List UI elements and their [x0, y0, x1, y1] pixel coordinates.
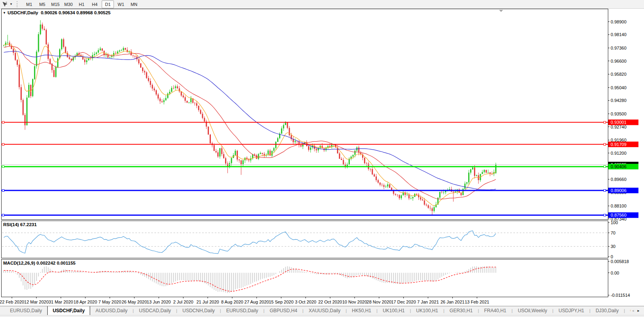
svg-text:15 Sep 2020: 15 Sep 2020 — [269, 300, 293, 304]
svg-text:0.89006: 0.89006 — [611, 188, 627, 193]
svg-text:30: 30 — [611, 244, 615, 249]
svg-text:0.92740: 0.92740 — [611, 125, 627, 129]
svg-text:0.94280: 0.94280 — [611, 98, 627, 103]
line-price-label: 0.90406 — [608, 164, 638, 169]
toolbar-grip[interactable] — [17, 1, 19, 7]
svg-text:26 May 2020: 26 May 2020 — [121, 300, 147, 304]
line-handle[interactable] — [604, 190, 606, 192]
svg-text:18 Apr 2020: 18 Apr 2020 — [73, 300, 97, 304]
timeframe-button-m30[interactable]: M30 — [62, 0, 75, 8]
svg-text:13 Feb 2021: 13 Feb 2021 — [465, 300, 489, 304]
timeframe-button-w1[interactable]: W1 — [115, 0, 127, 8]
line-handle[interactable] — [604, 143, 606, 145]
line-handle[interactable] — [2, 165, 4, 167]
timeframe-button-m1[interactable]: M1 — [23, 0, 35, 8]
svg-text:100: 100 — [611, 220, 618, 225]
chart-tab-usoil-weekly[interactable]: USOil,Weekly — [513, 306, 552, 315]
price-chart-canvas[interactable]: 0.989000.981400.973600.966000.958200.950… — [0, 9, 644, 306]
chart-tab-ger30-h1[interactable]: GER30,H1 — [444, 306, 478, 315]
svg-text:10 Nov 2020: 10 Nov 2020 — [342, 300, 367, 304]
svg-text:0.00: 0.00 — [611, 271, 619, 275]
timeframe-button-h1[interactable]: H1 — [75, 0, 88, 8]
line-handle[interactable] — [2, 143, 4, 145]
svg-text:28 Nov 2020: 28 Nov 2020 — [367, 300, 391, 304]
crosshair-tool-icon[interactable] — [1, 1, 8, 8]
svg-text:0.93001: 0.93001 — [611, 120, 627, 125]
tool-dropdown-icon[interactable]: ▼ — [8, 2, 14, 6]
timeframe-buttons: M1M5M15M30H1H4D1W1MN — [23, 0, 141, 8]
line-price-label: 0.87560 — [608, 212, 638, 218]
svg-text:0.89660: 0.89660 — [611, 177, 627, 182]
timeframe-button-m5[interactable]: M5 — [36, 0, 48, 8]
svg-text:0.96600: 0.96600 — [611, 59, 627, 63]
svg-text:0.90406: 0.90406 — [611, 164, 627, 169]
line-handle[interactable] — [604, 121, 606, 123]
svg-text:0.98900: 0.98900 — [611, 19, 627, 24]
svg-text:0.93500: 0.93500 — [611, 111, 627, 116]
line-price-label: 0.91709 — [608, 142, 638, 147]
chart-tab-eurusd-daily[interactable]: EURUSD,Daily — [221, 306, 264, 315]
svg-text:7 May 2020: 7 May 2020 — [98, 300, 121, 304]
chart-tab-china300-h1[interactable]: CHINA300,H1 — [625, 306, 631, 315]
tab-scroll-left-icon[interactable]: ◄ — [631, 306, 636, 313]
svg-text:21 Jul 2020: 21 Jul 2020 — [197, 300, 219, 304]
svg-text:3 Oct 2020: 3 Oct 2020 — [295, 300, 316, 304]
svg-text:0.98140: 0.98140 — [611, 32, 627, 37]
svg-text:12 Mar 2020: 12 Mar 2020 — [24, 300, 49, 304]
timeframe-button-d1[interactable]: D1 — [102, 0, 114, 8]
line-price-label: 0.93001 — [608, 119, 638, 125]
chart-tab-usdcad-daily[interactable]: USDCAD,Daily — [134, 306, 176, 315]
date-axis: 22 Feb 202012 Mar 202031 Mar 202018 Apr … — [0, 297, 489, 304]
timeframe-button-h4[interactable]: H4 — [89, 0, 101, 8]
svg-text:0.95820: 0.95820 — [611, 72, 627, 77]
svg-text:0.91200: 0.91200 — [611, 151, 627, 156]
svg-text:31 Mar 2020: 31 Mar 2020 — [48, 300, 73, 304]
svg-text:8 Aug 2020: 8 Aug 2020 — [221, 300, 243, 304]
svg-text:2 Jul 2020: 2 Jul 2020 — [173, 300, 193, 304]
main-panel — [1, 9, 608, 219]
svg-text:27 Aug 2020: 27 Aug 2020 — [245, 300, 269, 304]
tab-scroll-right-icon[interactable]: ► — [636, 306, 642, 313]
chart-tab-gbpusd-h4[interactable]: GBPUSD,H4 — [264, 306, 302, 315]
chart-tab-uk100-h1[interactable]: UK100,H1 — [378, 306, 410, 315]
svg-text:70: 70 — [611, 231, 615, 235]
price-axis: 0.989000.981400.973600.966000.958200.950… — [608, 19, 630, 298]
chart-tab-xauusd-daily[interactable]: XAUUSD,Daily — [303, 306, 345, 315]
line-handle[interactable] — [2, 214, 4, 216]
svg-text:0.88100: 0.88100 — [611, 204, 627, 208]
line-handle[interactable] — [2, 121, 4, 123]
svg-text:22 Oct 2020: 22 Oct 2020 — [318, 300, 342, 304]
chart-tab-dj30-daily[interactable]: DJ30,Daily — [590, 306, 624, 315]
chart-tab-usdjpy-h1[interactable]: USDJPY,H1 — [553, 306, 589, 315]
svg-text:22 Feb 2020: 22 Feb 2020 — [0, 300, 24, 304]
svg-text:0.97360: 0.97360 — [611, 46, 627, 50]
timeframe-button-m15[interactable]: M15 — [49, 0, 62, 8]
svg-text:0: 0 — [611, 254, 613, 259]
svg-text:0.87560: 0.87560 — [611, 213, 627, 217]
macd-panel — [1, 259, 608, 297]
svg-text:7 Jan 2021: 7 Jan 2021 — [417, 300, 439, 304]
svg-text:17 Dec 2020: 17 Dec 2020 — [391, 300, 416, 304]
svg-text:13 Jun 2020: 13 Jun 2020 — [147, 300, 171, 304]
line-price-label: 0.89006 — [608, 188, 638, 193]
svg-text:26 Jan 2021: 26 Jan 2021 — [440, 300, 465, 304]
toolbar: ▼ M1M5M15M30H1H4D1W1MN — [0, 0, 644, 9]
chart-tab-eurusd-daily[interactable]: EURUSD,Daily — [5, 306, 47, 315]
chart-tab-audusd-daily[interactable]: AUDUSD,Daily — [90, 306, 133, 315]
tab-bar-strip — [0, 315, 644, 317]
svg-text:0.005818: 0.005818 — [611, 259, 629, 264]
line-handle[interactable] — [604, 165, 606, 167]
svg-text:0.95040: 0.95040 — [611, 85, 627, 90]
line-handle[interactable] — [2, 190, 4, 192]
chart-tab-usdcnh-daily[interactable]: USDCNH,Daily — [177, 306, 220, 315]
chart-tab-hk50-h1[interactable]: HK50,H1 — [347, 306, 376, 315]
chart-tab-fra40-h1[interactable]: FRA40,H1 — [479, 306, 511, 315]
chart-tab-uk100-h1[interactable]: UK100,H1 — [411, 306, 443, 315]
svg-text:-0.011514: -0.011514 — [611, 293, 630, 298]
timeframe-button-mn[interactable]: MN — [128, 0, 140, 8]
svg-text:0.91709: 0.91709 — [611, 142, 627, 147]
line-handle[interactable] — [604, 214, 606, 216]
